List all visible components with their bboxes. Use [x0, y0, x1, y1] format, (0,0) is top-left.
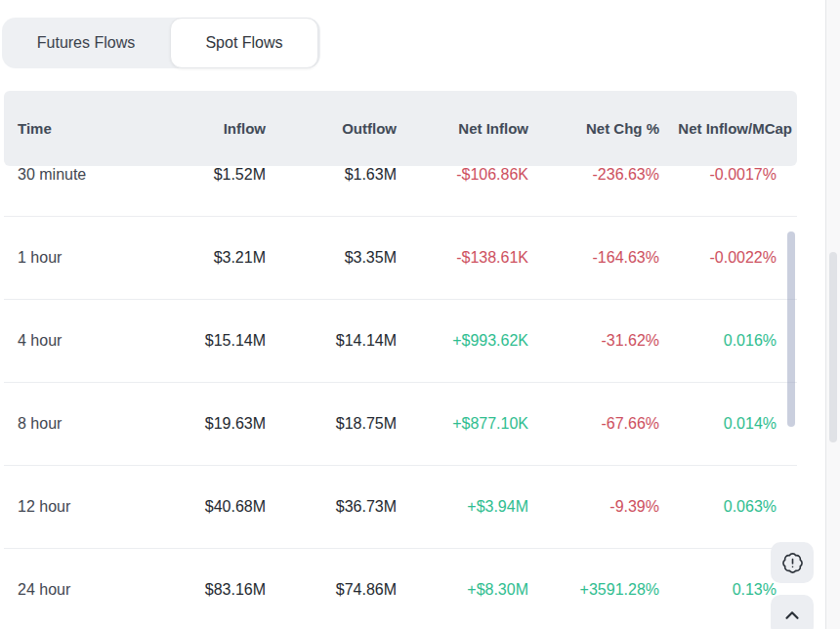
table-row: 30 minute $1.52M $1.63M -$106.86K -236.6…: [4, 166, 797, 217]
cell-inflow: $1.52M: [137, 166, 266, 184]
cell-time: 12 hour: [4, 498, 137, 516]
tab-futures-flows[interactable]: Futures Flows: [2, 18, 170, 68]
cell-time: 24 hour: [4, 581, 137, 599]
cell-net-chg: +3591.28%: [528, 581, 659, 599]
scroll-to-top-button[interactable]: [771, 595, 814, 629]
column-header-inflow: Inflow: [137, 120, 266, 137]
alerts-button[interactable]: [771, 542, 814, 583]
cell-time: 8 hour: [4, 415, 137, 433]
flows-tab-bar: Futures Flows Spot Flows: [2, 18, 320, 68]
cell-net-inflow-mcap: 0.014%: [659, 415, 797, 433]
column-header-net-inflow-mcap: Net Inflow/MCap: [659, 120, 797, 137]
cell-net-chg: -67.66%: [528, 415, 659, 433]
column-header-net-inflow: Net Inflow: [397, 120, 528, 137]
table-row: 24 hour $83.16M $74.86M +$8.30M +3591.28…: [4, 549, 797, 629]
page-scrollbar-thumb[interactable]: [829, 252, 837, 442]
cell-inflow: $19.63M: [137, 415, 266, 433]
tab-futures-flows-label: Futures Flows: [37, 34, 135, 52]
cell-net-chg: -31.62%: [528, 332, 659, 350]
cell-inflow: $40.68M: [137, 498, 266, 516]
cell-net-inflow: -$106.86K: [397, 166, 528, 184]
chevron-up-icon: [781, 605, 803, 626]
table-scrollbar-thumb[interactable]: [787, 231, 795, 427]
spot-flows-table: Time Inflow Outflow Net Inflow Net Chg %…: [4, 91, 797, 629]
cell-net-inflow: +$8.30M: [397, 581, 528, 599]
cell-time: 4 hour: [4, 332, 137, 350]
cell-net-inflow: +$3.94M: [397, 498, 528, 516]
cell-net-chg: -9.39%: [528, 498, 659, 516]
page-scrollbar-track: [825, 0, 840, 629]
cell-outflow: $18.75M: [266, 415, 397, 433]
tab-spot-flows[interactable]: Spot Flows: [170, 18, 318, 68]
table-row: 1 hour $3.21M $3.35M -$138.61K -164.63% …: [4, 217, 797, 300]
cell-outflow: $14.14M: [266, 332, 397, 350]
table-body: 30 minute $1.52M $1.63M -$106.86K -236.6…: [4, 166, 797, 629]
cell-net-inflow: +$877.10K: [397, 415, 528, 433]
cell-time: 1 hour: [4, 249, 137, 267]
cell-net-inflow-mcap: -0.0017%: [659, 166, 797, 184]
cell-net-inflow: -$138.61K: [397, 249, 528, 267]
cell-inflow: $3.21M: [137, 249, 266, 267]
cell-net-inflow-mcap: 0.063%: [659, 498, 797, 516]
cell-inflow: $83.16M: [137, 581, 266, 599]
table-row: 8 hour $19.63M $18.75M +$877.10K -67.66%…: [4, 383, 797, 466]
cell-inflow: $15.14M: [137, 332, 266, 350]
column-header-outflow: Outflow: [266, 120, 397, 137]
column-header-net-chg: Net Chg %: [528, 120, 659, 137]
badge-alert-icon: [781, 552, 804, 574]
cell-net-inflow-mcap: -0.0022%: [659, 249, 797, 267]
table-row: 4 hour $15.14M $14.14M +$993.62K -31.62%…: [4, 300, 797, 383]
cell-time: 30 minute: [4, 166, 137, 184]
table-header-row: Time Inflow Outflow Net Inflow Net Chg %…: [4, 91, 797, 166]
cell-outflow: $74.86M: [266, 581, 397, 599]
cell-outflow: $3.35M: [266, 249, 397, 267]
tab-spot-flows-label: Spot Flows: [205, 34, 282, 52]
cell-outflow: $36.73M: [266, 498, 397, 516]
cell-net-inflow-mcap: 0.016%: [659, 332, 797, 350]
cell-outflow: $1.63M: [266, 166, 397, 184]
table-row: 12 hour $40.68M $36.73M +$3.94M -9.39% 0…: [4, 466, 797, 549]
column-header-time: Time: [4, 120, 137, 137]
cell-net-chg: -164.63%: [528, 249, 659, 267]
cell-net-chg: -236.63%: [528, 166, 659, 184]
cell-net-inflow: +$993.62K: [397, 332, 528, 350]
